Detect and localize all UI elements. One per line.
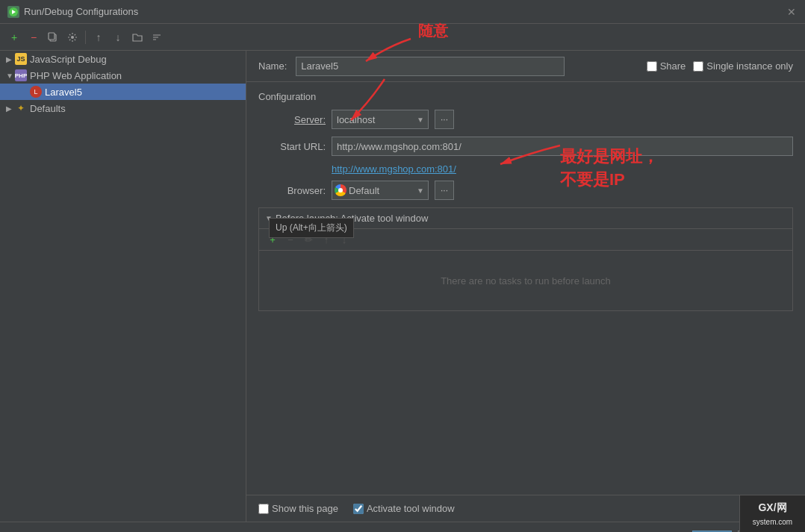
app-icon [7, 6, 19, 18]
name-label: Name: [258, 60, 287, 72]
js-icon: JS [15, 53, 27, 65]
server-dropdown-container: localhost ▼ [332, 110, 429, 129]
add-button[interactable]: + [6, 29, 22, 46]
config-name-bar: Name: Share Single instance only [246, 51, 805, 82]
config-section: Configuration Server: localhost ▼ ··· St… [246, 82, 805, 495]
sidebar-item-js-debug[interactable]: ▶ JS JavaScript Debug [0, 51, 246, 67]
move-down-button[interactable]: ↓ [110, 29, 126, 46]
bottom-options: Show this page Activate tool window [246, 495, 805, 522]
svg-rect-3 [49, 33, 55, 40]
top-right-options: Share Single instance only [647, 60, 793, 72]
before-launch-content: There are no tasks to run before launch [259, 251, 792, 310]
toolbar: + − ↑ ↓ [0, 24, 805, 51]
defaults-icon: ✦ [15, 102, 27, 114]
share-checkbox[interactable] [647, 61, 657, 72]
php-icon: PHP [15, 69, 27, 81]
title-bar: Run/Debug Configurations ✕ [0, 0, 805, 24]
tooltip-text: Up (Alt+向上箭头) [276, 222, 347, 233]
share-option[interactable]: Share [647, 60, 686, 72]
name-input[interactable] [296, 57, 565, 76]
close-button[interactable]: ✕ [786, 6, 798, 18]
browser-select[interactable]: Default Chrome Firefox [332, 181, 429, 200]
single-instance-label: Single instance only [706, 60, 793, 72]
server-label: Server: [258, 114, 326, 125]
browser-row: Browser: Default Chrome Firefox ▼ ··· [258, 181, 793, 200]
sidebar-item-label: JavaScript Debug [30, 54, 107, 65]
watermark-sub: system.com [753, 518, 792, 526]
watermark: GX/网 system.com [739, 495, 805, 532]
folder-button[interactable] [129, 29, 146, 46]
collapse-arrow: ▶ [6, 55, 15, 63]
single-instance-checkbox[interactable] [693, 61, 703, 72]
sidebar-item-label: PHP Web Application [30, 70, 122, 81]
sidebar-item-laravel5[interactable]: L Laravel5 [0, 84, 246, 100]
server-select[interactable]: localhost [332, 110, 429, 129]
activate-tool-label: Activate tool window [367, 503, 455, 514]
show-page-option[interactable]: Show this page [258, 503, 338, 514]
svg-point-4 [71, 36, 74, 39]
sidebar-item-defaults[interactable]: ▶ ✦ Defaults [0, 100, 246, 116]
sort-button[interactable] [149, 29, 165, 46]
section-title: Configuration [258, 91, 793, 102]
no-tasks-message: There are no tasks to run before launch [441, 275, 611, 287]
watermark-main: GX/网 [758, 501, 786, 515]
server-more-button[interactable]: ··· [435, 110, 454, 129]
show-page-checkbox[interactable] [258, 504, 269, 514]
main-container: ▶ JS JavaScript Debug ▼ PHP PHP Web Appl… [0, 51, 805, 522]
tooltip-popup: Up (Alt+向上箭头) [269, 218, 354, 238]
sidebar-item-label: Defaults [30, 103, 66, 114]
copy-button[interactable] [45, 29, 61, 46]
start-url-row: Start URL: [258, 137, 793, 156]
browser-dropdown-container: Default Chrome Firefox ▼ [332, 181, 429, 200]
single-instance-option[interactable]: Single instance only [693, 60, 793, 72]
sidebar: ▶ JS JavaScript Debug ▼ PHP PHP Web Appl… [0, 51, 246, 522]
dialog-title: Run/Debug Configurations [24, 6, 786, 17]
separator [85, 31, 86, 44]
move-up-button[interactable]: ↑ [90, 29, 107, 46]
browser-label: Browser: [258, 185, 326, 196]
server-row: Server: localhost ▼ ··· [258, 110, 793, 129]
url-suggestion[interactable]: http://www.mgshop.com:801/ [332, 163, 793, 175]
sidebar-item-php-web[interactable]: ▼ PHP PHP Web Application [0, 67, 246, 84]
settings-button[interactable] [64, 29, 81, 46]
start-url-input[interactable] [332, 137, 793, 156]
sidebar-item-label: Laravel5 [45, 87, 82, 98]
remove-button[interactable]: − [25, 29, 42, 46]
right-panel: Name: Share Single instance only Configu… [246, 51, 805, 522]
activate-tool-option[interactable]: Activate tool window [353, 503, 455, 514]
footer: ? OK Cancel [0, 522, 805, 532]
activate-tool-checkbox[interactable] [353, 504, 364, 514]
collapse-arrow: ▶ [6, 104, 15, 113]
show-page-label: Show this page [272, 503, 338, 514]
start-url-label: Start URL: [258, 141, 326, 152]
browser-more-button[interactable]: ··· [435, 181, 454, 200]
collapse-arrow: ▼ [6, 72, 15, 80]
laravel-icon: L [30, 86, 42, 98]
share-label: Share [660, 60, 686, 72]
